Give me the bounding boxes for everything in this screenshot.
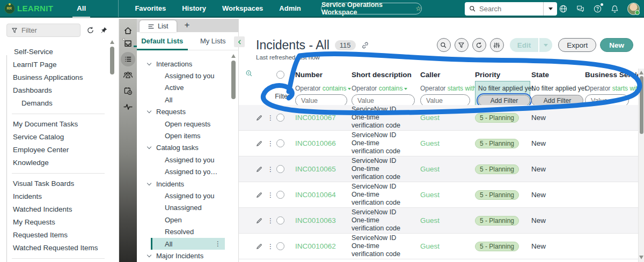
- table-row[interactable]: ⋮ INC0010065 ServiceNow ID One-time veri…: [239, 156, 638, 182]
- learnit-logo[interactable]: LEARNIT: [0, 3, 53, 14]
- menu-workspaces[interactable]: Workspaces: [222, 4, 263, 12]
- global-search[interactable]: [465, 2, 557, 16]
- sidebar-item-requested-items[interactable]: Requested Items: [0, 229, 119, 242]
- operator-dropdown[interactable]: starts with: [448, 85, 477, 92]
- scroll-up-arrow[interactable]: [231, 54, 236, 58]
- select-all-checkbox[interactable]: [276, 71, 284, 79]
- groups-icon[interactable]: [119, 68, 137, 81]
- row-kebab-icon[interactable]: ⋮: [267, 191, 274, 199]
- menu-history[interactable]: History: [182, 4, 206, 12]
- tree-item-all-selected[interactable]: All ⋮: [151, 238, 225, 250]
- row-kebab-icon[interactable]: ⋮: [267, 114, 274, 122]
- sidebar-item-learnit-page[interactable]: LearnIT Page: [0, 58, 119, 71]
- column-header-short-description[interactable]: Short description: [352, 71, 420, 79]
- list-scrollbar[interactable]: [638, 69, 644, 262]
- edit-row-icon[interactable]: [256, 243, 265, 250]
- tree-item[interactable]: Open items: [137, 130, 238, 141]
- add-filter-button-state[interactable]: Add Filter: [531, 95, 583, 106]
- tab-default-lists[interactable]: Default Lists: [137, 37, 188, 45]
- edit-row-icon[interactable]: [256, 192, 265, 198]
- row-checkbox[interactable]: [276, 216, 284, 224]
- sidebar-filter-field[interactable]: [21, 26, 70, 34]
- caller-link[interactable]: Guest: [420, 165, 475, 173]
- add-filter-button-priority[interactable]: Add Filter: [478, 95, 530, 106]
- caller-link[interactable]: Guest: [420, 139, 475, 147]
- chevron-down-icon[interactable]: [147, 253, 151, 257]
- row-checkbox[interactable]: [276, 242, 284, 250]
- table-row[interactable]: ⋮ INC0010067 ServiceNow ID One-time veri…: [239, 105, 638, 131]
- row-checkbox[interactable]: [276, 139, 284, 147]
- list-settings-button[interactable]: [490, 38, 504, 52]
- scrollbar-thumb[interactable]: [640, 76, 643, 134]
- activity-pulse-icon[interactable]: [119, 100, 137, 113]
- row-kebab-icon[interactable]: ⋮: [267, 217, 274, 224]
- incident-number-link[interactable]: INC0010062: [295, 242, 352, 250]
- column-header-business-service[interactable]: Business Service: [585, 71, 644, 79]
- edit-row-icon[interactable]: [256, 218, 265, 224]
- sidebar-item-dashboards[interactable]: Dashboards: [0, 84, 119, 97]
- chevron-down-icon[interactable]: [147, 181, 151, 185]
- tree-group-catalog-tasks[interactable]: Catalog tasks: [137, 142, 238, 154]
- row-kebab-icon[interactable]: ⋮: [267, 166, 274, 173]
- list-filter-button[interactable]: [455, 38, 469, 52]
- operator-dropdown[interactable]: contains: [379, 85, 403, 92]
- tree-item[interactable]: Assigned to you: [137, 190, 238, 201]
- sidebar-item-demands[interactable]: Demands: [0, 97, 119, 110]
- new-button[interactable]: New: [600, 38, 633, 52]
- edit-row-icon[interactable]: [256, 166, 265, 173]
- star-icon[interactable]: ☆: [415, 5, 421, 12]
- workspace-pill[interactable]: Service Operations Workspace ☆: [321, 3, 422, 14]
- table-row[interactable]: ⋮ INC0010064 ServiceNow ID One-time veri…: [239, 182, 638, 208]
- row-kebab-icon[interactable]: ⋮: [267, 140, 274, 147]
- sidebar-item-service-catalog[interactable]: Service Catalog: [0, 131, 119, 144]
- chevron-down-icon[interactable]: [147, 145, 151, 149]
- kebab-menu-icon[interactable]: ⋮: [215, 240, 221, 248]
- column-header-number[interactable]: Number: [295, 71, 352, 79]
- incident-number-link[interactable]: INC0010067: [295, 114, 352, 122]
- filter-value-input-short-description[interactable]: [357, 97, 409, 104]
- chat-icon[interactable]: [576, 4, 585, 13]
- tree-item[interactable]: Assigned to yo…: [137, 166, 238, 178]
- tree-group-interactions[interactable]: Interactions: [137, 58, 238, 70]
- filter-value-input-business-service[interactable]: [591, 97, 623, 104]
- help-icon[interactable]: [593, 4, 602, 13]
- incident-number-link[interactable]: INC0010066: [295, 139, 352, 147]
- row-checkbox[interactable]: [276, 191, 284, 199]
- list-icon-active[interactable]: [121, 52, 135, 66]
- column-header-caller[interactable]: Caller: [420, 71, 475, 79]
- menu-admin[interactable]: Admin: [279, 4, 301, 12]
- chevron-down-icon[interactable]: [147, 61, 151, 65]
- new-tab-button[interactable]: +: [184, 20, 189, 31]
- tree-item[interactable]: Active: [137, 82, 238, 94]
- edit-row-icon[interactable]: [256, 115, 265, 121]
- column-header-state[interactable]: State: [531, 71, 585, 79]
- operator-dropdown[interactable]: starts with: [612, 85, 641, 92]
- incident-number-link[interactable]: INC0010063: [295, 216, 352, 224]
- inbox-icon[interactable]: [119, 37, 137, 50]
- calendar-clock-icon[interactable]: [119, 84, 137, 97]
- search-input[interactable]: [479, 5, 543, 13]
- user-avatar[interactable]: [627, 3, 640, 15]
- sidebar-item-self-service[interactable]: Self-Service: [0, 46, 119, 58]
- row-checkbox[interactable]: [276, 165, 284, 173]
- tree-group-major-incidents[interactable]: Major Incidents: [137, 250, 238, 261]
- caller-link[interactable]: Guest: [420, 191, 475, 199]
- sidebar-item-business-applications[interactable]: Business Applications: [0, 71, 119, 84]
- sidebar-item-incidents[interactable]: Incidents: [0, 190, 119, 203]
- tree-group-incidents[interactable]: Incidents: [137, 178, 238, 190]
- table-row[interactable]: ⋮ INC0010066 ServiceNow ID One-time veri…: [239, 131, 638, 156]
- row-checkbox[interactable]: [276, 114, 284, 122]
- search-scope-dropdown[interactable]: [543, 2, 557, 16]
- scrollbar-thumb[interactable]: [110, 47, 114, 74]
- tree-item[interactable]: Assigned to you: [137, 154, 238, 166]
- caller-link[interactable]: Guest: [420, 242, 475, 250]
- list-insights-icon[interactable]: [239, 70, 253, 79]
- tab-my-lists[interactable]: My Lists: [188, 37, 239, 45]
- scrollbar-thumb[interactable]: [231, 61, 236, 99]
- nav-all-menu[interactable]: All: [72, 0, 90, 17]
- list-search-button[interactable]: [437, 38, 451, 52]
- menu-favorites[interactable]: Favorites: [135, 4, 166, 12]
- sidebar-item-watched-incidents[interactable]: Watched Incidents: [0, 203, 119, 216]
- tree-item[interactable]: Open: [137, 214, 238, 226]
- operator-dropdown[interactable]: contains: [323, 85, 347, 92]
